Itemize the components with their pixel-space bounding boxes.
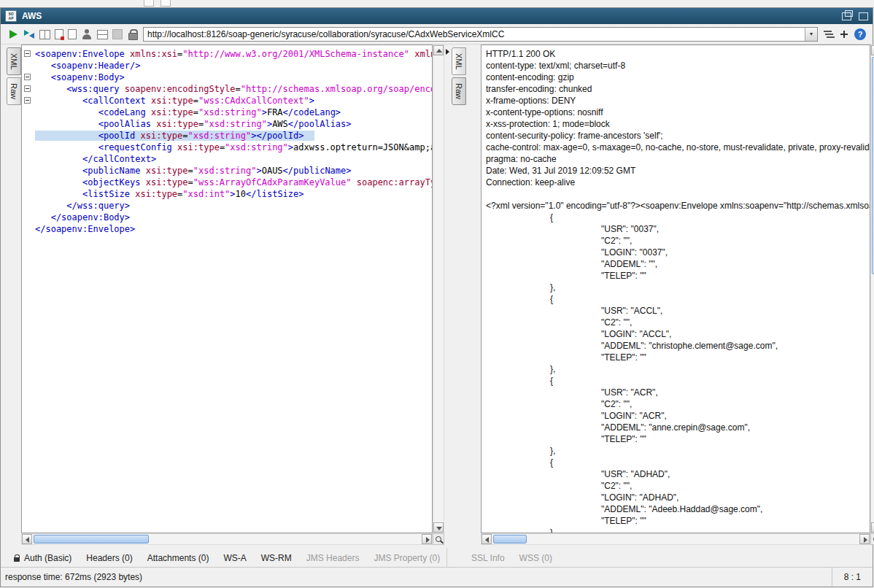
- response-line: "LOGIN": "ACR",: [486, 410, 870, 422]
- pane-splitter[interactable]: [444, 45, 452, 545]
- response-line: "USR": "ADHAD",: [486, 468, 870, 480]
- response-line: x-frame-options: DENY: [486, 95, 870, 107]
- scroll-right-button[interactable]: [859, 534, 870, 544]
- response-line: x-xss-protection: 1; mode=block: [486, 118, 870, 130]
- tab-jms-property-0: JMS Property (0): [366, 550, 447, 566]
- float-window-icon[interactable]: [842, 12, 851, 20]
- response-line: [486, 188, 870, 200]
- code-line: <poolId xsi:type="xsd:string"></poolId>: [22, 130, 432, 142]
- bottom-tab-bar: Auth (Basic)Headers (0)Attachments (0)WS…: [1, 548, 873, 568]
- scroll-down-button[interactable]: [433, 522, 444, 533]
- endpoint-dropdown-button[interactable]: ▾: [805, 28, 817, 41]
- h-scrollbar[interactable]: [21, 533, 433, 545]
- layout-icon[interactable]: [97, 30, 108, 39]
- response-line: pragma: no-cache: [486, 153, 870, 165]
- soapui-window: SO AP AWS http://localhost:8126/soap-gen…: [0, 0, 874, 588]
- response-line: content-type: text/xml; charset=utf-8: [486, 60, 870, 71]
- response-line: "ADDEML": "anne.crepin@sage.com",: [486, 422, 870, 433]
- recreate-request-icon[interactable]: [55, 29, 63, 39]
- endpoint-url-combo[interactable]: http://localhost:8126/soap-generic/syrac…: [143, 27, 818, 42]
- view-tab-raw[interactable]: Raw: [452, 77, 466, 105]
- tab-ws-rm[interactable]: WS-RM: [254, 550, 299, 566]
- view-tab-xml[interactable]: XML: [7, 47, 21, 75]
- response-line: transfer-encoding: chunked: [486, 83, 870, 95]
- request-window: SO AP AWS http://localhost:8126/soap-gen…: [0, 7, 873, 587]
- maximize-window-icon[interactable]: [859, 12, 868, 20]
- fold-marker[interactable]: [24, 74, 31, 80]
- code-line: <codeLang xsi:type="xsd:string">FRA</cod…: [22, 107, 432, 118]
- request-bottom-tabs: Auth (Basic)Headers (0)Attachments (0)WS…: [1, 548, 447, 568]
- response-text[interactable]: HTTP/1.1 200 OKcontent-type: text/xml; c…: [481, 45, 870, 533]
- response-line: },: [486, 363, 870, 375]
- v-scrollbar[interactable]: [870, 45, 874, 533]
- help-icon[interactable]: [854, 28, 866, 40]
- logo-text-bottom: AP: [9, 16, 14, 20]
- inactive-icon: [112, 29, 123, 39]
- response-line: cache-control: max-age=0, s-maxage=0, no…: [486, 142, 870, 153]
- document-icon[interactable]: [68, 29, 77, 39]
- view-tab-raw[interactable]: Raw: [7, 77, 21, 105]
- response-line: {: [486, 293, 870, 305]
- fold-marker[interactable]: [24, 50, 31, 57]
- response-line: "TELEP": "": [486, 270, 870, 282]
- scroll-left-button[interactable]: [482, 534, 492, 544]
- scroll-down-button[interactable]: [871, 522, 874, 533]
- scroll-up-button[interactable]: [871, 45, 874, 55]
- tab-ws-a[interactable]: WS-A: [216, 550, 253, 566]
- tab-headers-0[interactable]: Headers (0): [79, 550, 139, 566]
- response-line: <?xml version="1.0" encoding="utf-8"?><s…: [486, 200, 870, 212]
- tab-attachments-0[interactable]: Attachments (0): [140, 550, 217, 566]
- add-icon[interactable]: [838, 28, 850, 40]
- tab-auth-basic[interactable]: Auth (Basic): [7, 550, 79, 566]
- response-line: "TELEP": "": [486, 352, 870, 363]
- response-line: },: [486, 527, 870, 533]
- status-bar: response time: 672ms (2923 bytes) 8 : 1: [1, 567, 873, 587]
- split-view-icon[interactable]: [39, 30, 50, 39]
- code-line: <objectKeys xsi:type="wss:ArrayOfCAdxPar…: [22, 177, 432, 188]
- scrollbar-thumb[interactable]: [34, 535, 149, 543]
- resubmit-icon[interactable]: [23, 28, 35, 40]
- response-bottom-tabs: SSL InfoWSS (0): [448, 548, 873, 568]
- tree-view-icon[interactable]: [822, 28, 834, 40]
- play-icon[interactable]: [7, 28, 19, 40]
- fold-marker[interactable]: [24, 85, 31, 92]
- request-code[interactable]: <soapenv:Envelope xmlns:xsi="http://www.…: [21, 45, 433, 533]
- view-tab-xml[interactable]: XML: [452, 47, 466, 75]
- endpoint-url[interactable]: http://localhost:8126/soap-generic/syrac…: [144, 29, 805, 39]
- clipped-icon: [161, 0, 171, 7]
- scroll-right-button[interactable]: [422, 534, 432, 544]
- lock-icon: [127, 28, 139, 40]
- response-line: "ADDEML": "Adeeb.Haddad@sage.com",: [486, 503, 870, 515]
- response-line: "LOGIN": "ACCL",: [486, 328, 870, 340]
- tab-jms-headers: JMS Headers: [299, 550, 367, 566]
- clipped-toolbar-sliver: [0, 0, 874, 7]
- scroll-left-button[interactable]: [22, 534, 32, 544]
- response-time-text: response time: 672ms (2923 bytes): [1, 572, 832, 582]
- response-line: "LOGIN": "ADHAD",: [486, 492, 870, 503]
- user-icon[interactable]: [81, 28, 93, 40]
- response-line: "C2": "",: [486, 235, 870, 247]
- request-editor: <soapenv:Envelope xmlns:xsi="http://www.…: [21, 45, 444, 545]
- code-line: <requestConfig xsi:type="xsd:string">adx…: [22, 142, 432, 153]
- response-line: content-encoding: gzip: [486, 71, 870, 83]
- response-line: content-security-policy: frame-ancestors…: [486, 130, 870, 142]
- h-scrollbar[interactable]: [481, 533, 870, 545]
- caret-position: 8 : 1: [832, 568, 873, 587]
- response-line: "ADDEML": "",: [486, 258, 870, 270]
- v-scrollbar[interactable]: [433, 45, 444, 533]
- magnifier-icon[interactable]: [870, 533, 874, 545]
- response-line: Connection: keep-alive: [486, 177, 870, 188]
- response-line: "USR": "ACR",: [486, 387, 870, 398]
- magnifier-icon[interactable]: [433, 533, 444, 545]
- code-line: <poolAlias xsi:type="xsd:string">AWS</po…: [22, 118, 432, 130]
- scroll-up-button[interactable]: [433, 45, 444, 55]
- fold-marker[interactable]: [24, 97, 31, 104]
- response-line: "USR": "ACCL",: [486, 305, 870, 317]
- code-line: </wss:query>: [22, 200, 432, 212]
- request-view-tabs: XMLRaw: [7, 47, 21, 107]
- response-line: "TELEP": "": [486, 515, 870, 527]
- scrollbar-thumb[interactable]: [493, 535, 527, 543]
- code-line: </soapenv:Body>: [22, 212, 432, 223]
- response-view-tabs: XMLRaw: [452, 47, 466, 107]
- code-line: </soapenv:Envelope>: [22, 223, 432, 235]
